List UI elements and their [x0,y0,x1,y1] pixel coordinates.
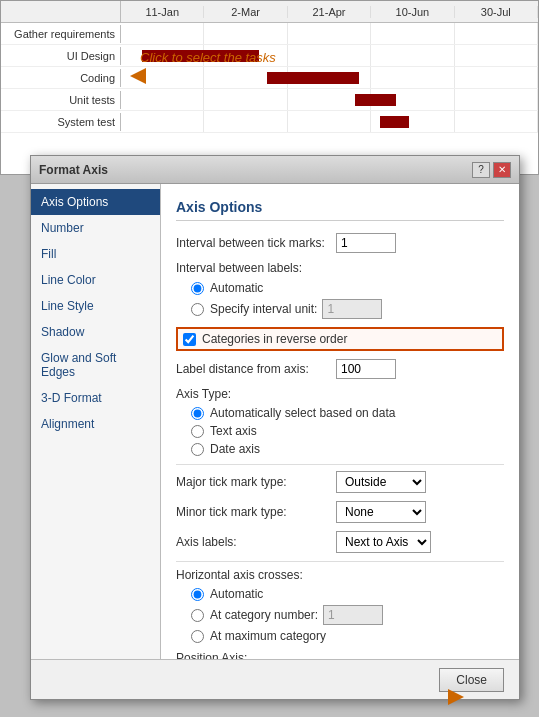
horiz-category-label: At category number: [210,608,318,622]
sidebar-item-3d-format[interactable]: 3-D Format [31,385,160,411]
horiz-auto-row: Automatic [191,587,504,601]
tick-marks-row: Interval between tick marks: [176,233,504,253]
task-label-1: Gather requirements [1,25,121,43]
table-row: System test [1,111,538,133]
horiz-auto-radio[interactable] [191,588,204,601]
help-button[interactable]: ? [472,162,490,178]
horiz-max-radio[interactable] [191,630,204,643]
task-label-4: Unit tests [1,91,121,109]
categories-reverse-row: Categories in reverse order [176,327,504,351]
horiz-axis-crosses-label: Horizontal axis crosses: [176,568,504,582]
automatic-radio-row: Automatic [191,281,504,295]
label-distance-label: Label distance from axis: [176,362,336,376]
axis-type-auto-row: Automatically select based on data [191,406,504,420]
specify-interval-radio[interactable] [191,303,204,316]
tick-marks-input[interactable] [336,233,396,253]
specify-interval-radio-row: Specify interval unit: [191,299,504,319]
major-tick-row: Major tick mark type: Outside Inside Cro… [176,471,504,493]
gantt-bar-area-4 [121,89,538,110]
horiz-max-label: At maximum category [210,629,326,643]
sidebar-item-line-style[interactable]: Line Style [31,293,160,319]
gantt-bar-area-5 [121,111,538,132]
axis-type-date-label: Date axis [210,442,260,456]
axis-type-auto-label: Automatically select based on data [210,406,395,420]
separator-2 [176,561,504,562]
click-instruction: Click to select the tasks [140,50,276,65]
format-axis-dialog: Format Axis ? ✕ Axis Options Number Fill… [30,155,520,700]
axis-type-auto-radio[interactable] [191,407,204,420]
gantt-bar-3 [267,72,359,84]
main-panel: Axis Options Interval between tick marks… [161,184,519,699]
tick-marks-label: Interval between tick marks: [176,236,336,250]
gantt-bar-5 [380,116,409,128]
dialog-close-button[interactable]: ✕ [493,162,511,178]
gantt-date-1: 11-Jan [121,6,204,18]
minor-tick-select[interactable]: None Outside Inside Cross [336,501,426,523]
axis-type-date-radio[interactable] [191,443,204,456]
table-row: Unit tests [1,89,538,111]
axis-type-text-row: Text axis [191,424,504,438]
horiz-crosses-group: Automatic At category number: At maximum… [176,587,504,643]
automatic-radio-label: Automatic [210,281,263,295]
gantt-date-2: 2-Mar [204,6,287,18]
separator-1 [176,464,504,465]
gantt-task-header [1,1,121,22]
interval-labels-group: Automatic Specify interval unit: [176,281,504,319]
gantt-date-5: 30-Jul [455,6,538,18]
gantt-dates: 11-Jan 2-Mar 21-Apr 10-Jun 30-Jul [121,1,538,22]
gantt-body: Gather requirements UI Design Coding Uni… [1,23,538,133]
sidebar-item-shadow[interactable]: Shadow [31,319,160,345]
specify-interval-input[interactable] [322,299,382,319]
gantt-bar-4 [355,94,397,106]
gantt-header: 11-Jan 2-Mar 21-Apr 10-Jun 30-Jul [1,1,538,23]
task-label-2: UI Design [1,47,121,65]
click-arrow-icon [130,68,146,84]
horiz-category-radio[interactable] [191,609,204,622]
dialog-title: Format Axis [39,163,108,177]
minor-tick-row: Minor tick mark type: None Outside Insid… [176,501,504,523]
sidebar-item-glow-soft-edges[interactable]: Glow and Soft Edges [31,345,160,385]
gantt-bar-area-3 [121,67,538,88]
panel-title: Axis Options [176,199,504,221]
table-row: Coding [1,67,538,89]
horiz-auto-label: Automatic [210,587,263,601]
interval-labels-label: Interval between labels: [176,261,504,275]
gantt-date-4: 10-Jun [371,6,454,18]
axis-type-date-row: Date axis [191,442,504,456]
label-distance-input[interactable] [336,359,396,379]
close-arrow-icon [448,689,464,705]
horiz-category-input[interactable] [323,605,383,625]
automatic-radio[interactable] [191,282,204,295]
axis-type-group: Automatically select based on data Text … [176,406,504,456]
major-tick-label: Major tick mark type: [176,475,336,489]
table-row: Gather requirements [1,23,538,45]
task-label-3: Coding [1,69,121,87]
sidebar-item-line-color[interactable]: Line Color [31,267,160,293]
horiz-category-row: At category number: [191,605,504,625]
sidebar-item-axis-options[interactable]: Axis Options [31,189,160,215]
specify-interval-label: Specify interval unit: [210,302,317,316]
dialog-controls: ? ✕ [472,162,511,178]
axis-type-text-radio[interactable] [191,425,204,438]
minor-tick-label: Minor tick mark type: [176,505,336,519]
dialog-content: Axis Options Number Fill Line Color Line… [31,184,519,699]
dialog-footer: Close [31,659,519,699]
categories-reverse-label: Categories in reverse order [202,332,347,346]
axis-type-text-label: Text axis [210,424,257,438]
axis-labels-row: Axis labels: Next to Axis High Low None [176,531,504,553]
sidebar-item-number[interactable]: Number [31,215,160,241]
gantt-bar-area-1 [121,23,538,44]
major-tick-select[interactable]: Outside Inside Cross None [336,471,426,493]
categories-reverse-checkbox[interactable] [183,333,196,346]
axis-labels-label: Axis labels: [176,535,336,549]
close-button[interactable]: Close [439,668,504,692]
dialog-sidebar: Axis Options Number Fill Line Color Line… [31,184,161,699]
sidebar-item-fill[interactable]: Fill [31,241,160,267]
sidebar-item-alignment[interactable]: Alignment [31,411,160,437]
dialog-titlebar: Format Axis ? ✕ [31,156,519,184]
horiz-max-row: At maximum category [191,629,504,643]
axis-type-label: Axis Type: [176,387,504,401]
axis-labels-select[interactable]: Next to Axis High Low None [336,531,431,553]
task-label-5: System test [1,113,121,131]
label-distance-row: Label distance from axis: [176,359,504,379]
